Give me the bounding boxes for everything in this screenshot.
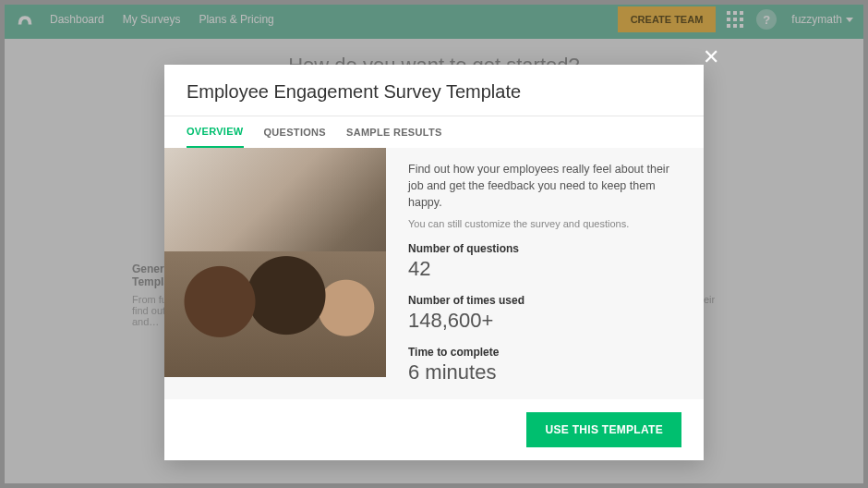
stat-used-label: Number of times used: [408, 294, 681, 307]
stat-questions-label: Number of questions: [408, 242, 681, 255]
stat-time-label: Time to complete: [408, 346, 681, 359]
template-photo: [164, 148, 386, 377]
stat-questions-value: 42: [408, 257, 681, 281]
modal-footer: USE THIS TEMPLATE: [164, 399, 704, 460]
tab-questions[interactable]: QUESTIONS: [264, 117, 327, 147]
template-description: Find out how your employees really feel …: [408, 161, 681, 211]
modal-title: Employee Engagement Survey Template: [187, 81, 681, 103]
modal-header: Employee Engagement Survey Template: [164, 65, 704, 116]
use-template-button[interactable]: USE THIS TEMPLATE: [526, 412, 681, 447]
stat-time-value: 6 minutes: [408, 360, 681, 384]
modal-info: Find out how your employees really feel …: [386, 148, 704, 399]
template-modal: ✕ Employee Engagement Survey Template OV…: [164, 65, 704, 460]
modal-tabs: OVERVIEW QUESTIONS SAMPLE RESULTS: [164, 116, 704, 148]
modal-body: Find out how your employees really feel …: [164, 148, 704, 399]
stat-used-value: 148,600+: [408, 309, 681, 333]
customize-note: You can still customize the survey and q…: [408, 218, 681, 229]
tab-sample-results[interactable]: SAMPLE RESULTS: [346, 117, 442, 147]
tab-overview[interactable]: OVERVIEW: [187, 116, 244, 149]
close-icon[interactable]: ✕: [700, 46, 722, 68]
